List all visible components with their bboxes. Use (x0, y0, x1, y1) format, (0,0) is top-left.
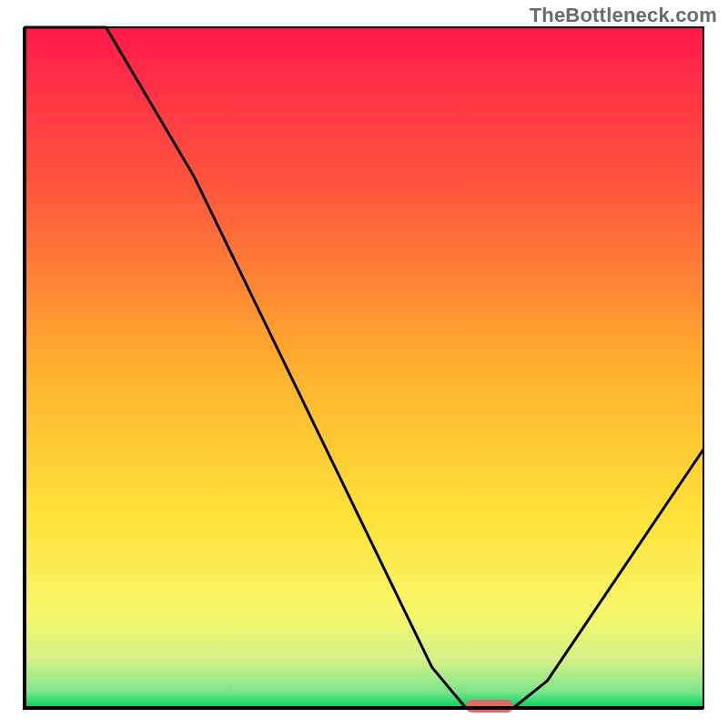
gradient-background (25, 27, 703, 708)
watermark-text: TheBottleneck.com (530, 4, 717, 27)
chart-container: TheBottleneck.com (0, 0, 728, 728)
bottleneck-chart (0, 0, 728, 728)
